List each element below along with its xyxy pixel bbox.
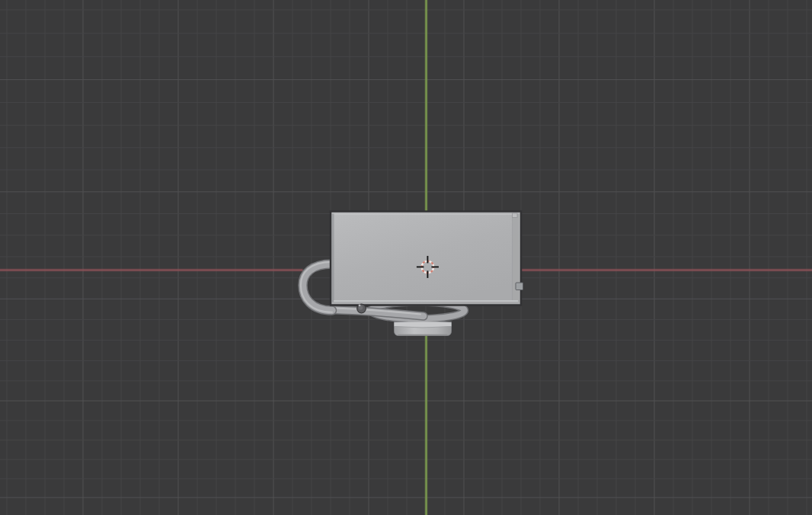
box-edge-tab	[516, 283, 523, 290]
viewport-canvas	[0, 0, 812, 515]
box-corner-crease	[513, 213, 518, 218]
blender-3d-viewport[interactable]	[0, 0, 812, 515]
handle-junction-knob-speck	[359, 304, 361, 306]
box-left-inner-shadow	[332, 214, 334, 302]
box-slab-top-face	[331, 212, 521, 305]
mug-body-top-band	[395, 321, 452, 327]
